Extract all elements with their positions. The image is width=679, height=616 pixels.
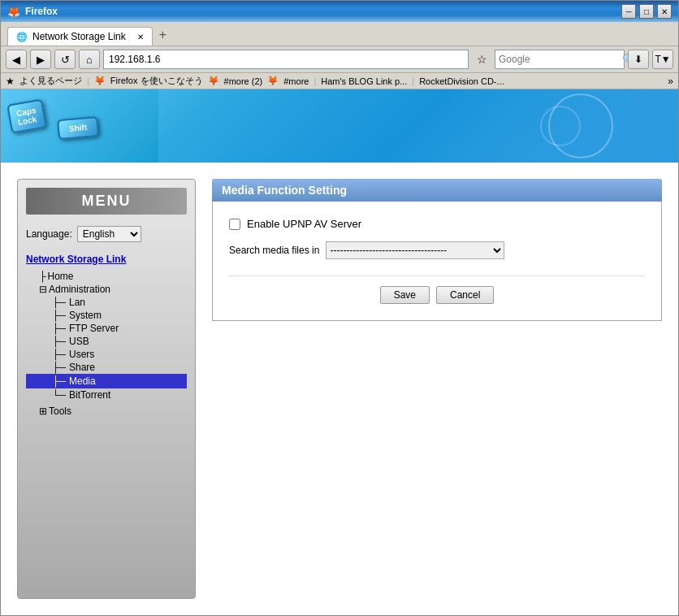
bookmark-1[interactable]: よく見るページ — [19, 75, 82, 87]
tab-close-icon[interactable]: ✕ — [137, 33, 144, 41]
bookmark-6[interactable]: RocketDivision CD-... — [419, 76, 504, 86]
bookmarks-bar: ★ よく見るページ | 🦊 Firefox を使いこなそう 🦊 #more (2… — [1, 73, 678, 89]
sidebar: MENU Language: English Japanese Chinese … — [17, 179, 196, 599]
key-caps: CapsLock — [6, 98, 47, 133]
active-tab[interactable]: 🌐 Network Storage Link ✕ — [7, 27, 153, 46]
language-row: Language: English Japanese Chinese — [26, 226, 187, 242]
title-bar-text: Firefox — [25, 6, 58, 17]
media-tree-icon: ├─ — [52, 375, 66, 387]
content-panel: Media Function Setting Enable UPNP AV Se… — [212, 179, 662, 599]
home-tree-icon: ├ — [39, 271, 46, 282]
window-controls: ─ □ ✕ — [621, 4, 672, 19]
address-bar[interactable] — [103, 50, 469, 69]
sidebar-item-lan[interactable]: ├─Lan — [26, 296, 187, 309]
downloads-button[interactable]: ⬇ — [628, 50, 649, 69]
sidebar-item-bittorrent[interactable]: └─BitTorrent — [26, 388, 187, 401]
new-tab-button[interactable]: + — [153, 24, 173, 46]
upnp-checkbox-row: Enable UPNP AV Server — [229, 218, 645, 230]
tab-label: Network Storage Link — [32, 31, 126, 42]
users-tree-icon: ├─ — [52, 349, 66, 360]
bookmark-2[interactable]: Firefox を使いこなそう — [110, 75, 203, 87]
header-banner: CapsLock Shift — [1, 89, 678, 163]
main-layout: MENU Language: English Japanese Chinese … — [1, 163, 678, 615]
nav-bar: ◀ ▶ ↺ ⌂ ☆ 🔍 ⬇ T▼ — [1, 46, 678, 73]
firefox-icon-3: 🦊 — [267, 76, 279, 86]
forward-button[interactable]: ▶ — [30, 50, 51, 69]
banner-pattern — [158, 89, 678, 163]
search-media-row: Search media files in ------------------… — [229, 241, 645, 259]
bookmark-separator-2: | — [314, 76, 316, 86]
key-shift: Shift — [57, 116, 99, 140]
reload-button[interactable]: ↺ — [54, 50, 76, 69]
bt-tree-icon: └─ — [52, 389, 66, 401]
upnp-checkbox[interactable] — [229, 219, 240, 230]
sidebar-item-ftp[interactable]: ├─FTP Server — [26, 322, 187, 335]
upnp-label: Enable UPNP AV Server — [247, 218, 361, 230]
sidebar-site-link[interactable]: Network Storage Link — [26, 254, 187, 265]
bookmark-separator: | — [87, 76, 89, 86]
browser-window: 🦊 Firefox ─ □ ✕ 🌐 Network Storage Link ✕… — [0, 0, 679, 616]
panel-body: Enable UPNP AV Server Search media files… — [212, 202, 662, 321]
back-button[interactable]: ◀ — [6, 50, 27, 69]
bookmark-icon: ★ — [6, 76, 15, 87]
bookmark-separator-3: | — [412, 76, 414, 86]
language-select[interactable]: English Japanese Chinese — [77, 226, 141, 242]
search-input[interactable] — [499, 54, 621, 65]
tools-expand-icon: ⊞ — [39, 406, 47, 417]
save-button[interactable]: Save — [380, 286, 430, 304]
search-media-label: Search media files in — [229, 245, 319, 256]
lan-tree-icon: ├─ — [52, 297, 66, 308]
close-button[interactable]: ✕ — [657, 4, 672, 19]
search-media-dropdown[interactable]: ------------------------------------ — [326, 241, 504, 259]
bookmark-3[interactable]: #more (2) — [224, 76, 263, 86]
menu-button[interactable]: T▼ — [652, 50, 673, 69]
bookmark-star-icon[interactable]: ☆ — [472, 50, 491, 69]
sidebar-item-share[interactable]: ├─Share — [26, 361, 187, 374]
sidebar-item-home[interactable]: ├ Home — [26, 270, 187, 283]
system-tree-icon: ├─ — [52, 310, 66, 321]
title-bar: 🦊 Firefox ─ □ ✕ — [1, 1, 678, 22]
minimize-button[interactable]: ─ — [621, 4, 636, 19]
sidebar-item-usb[interactable]: ├─USB — [26, 335, 187, 348]
firefox-icon-bookmark: 🦊 — [94, 76, 106, 86]
tab-favicon: 🌐 — [16, 32, 28, 42]
language-label: Language: — [26, 228, 72, 240]
cancel-button[interactable]: Cancel — [436, 286, 494, 304]
maximize-button[interactable]: □ — [639, 4, 654, 19]
page-content: CapsLock Shift MENU Language: English Ja… — [1, 89, 678, 615]
bookmarks-more[interactable]: » — [668, 76, 673, 87]
panel-header: Media Function Setting — [212, 179, 662, 202]
ftp-tree-icon: ├─ — [52, 323, 66, 334]
button-row: Save Cancel — [229, 275, 645, 304]
sidebar-item-system[interactable]: ├─System — [26, 309, 187, 322]
share-tree-icon: ├─ — [52, 362, 66, 373]
firefox-icon-2: 🦊 — [208, 76, 219, 86]
home-button[interactable]: ⌂ — [79, 50, 100, 69]
tab-bar: 🌐 Network Storage Link ✕ + — [1, 22, 678, 46]
admin-expand-icon: ⊟ — [39, 284, 47, 295]
usb-tree-icon: ├─ — [52, 336, 66, 347]
firefox-icon: 🦊 — [7, 6, 20, 18]
bookmark-4[interactable]: #more — [283, 76, 309, 86]
sidebar-item-tools[interactable]: ⊞ Tools — [26, 405, 187, 418]
sidebar-item-administration[interactable]: ⊟ Administration — [26, 283, 187, 296]
bookmark-5[interactable]: Ham's BLOG Link p... — [321, 76, 407, 86]
sidebar-item-users[interactable]: ├─Users — [26, 348, 187, 361]
sidebar-item-media[interactable]: ├─Media — [26, 374, 187, 388]
sidebar-title: MENU — [26, 188, 187, 215]
